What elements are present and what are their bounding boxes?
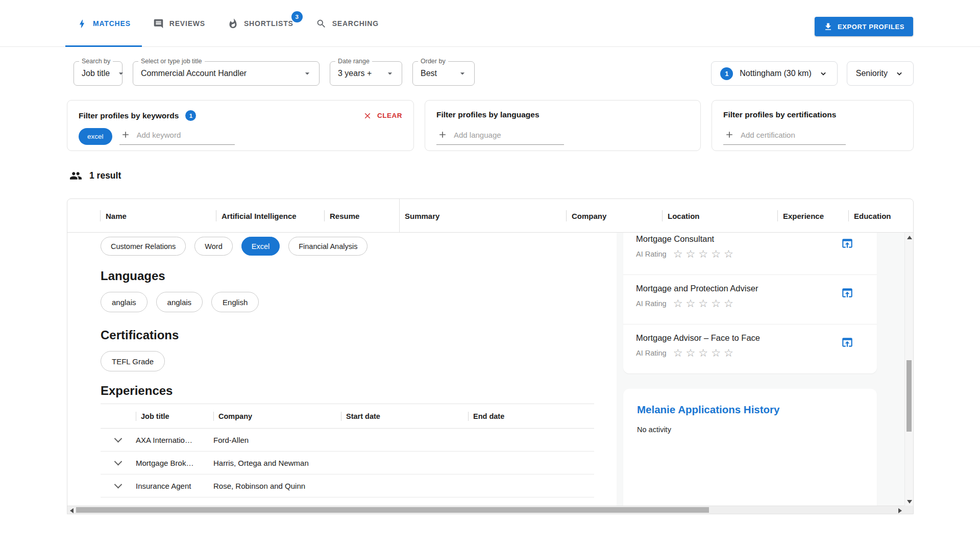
location-count-badge: 1 xyxy=(720,67,733,80)
chevron-down-icon[interactable] xyxy=(114,480,122,488)
column-header-company[interactable]: Company xyxy=(566,199,606,233)
job-suggestions-card: Mortgage Consultant AI Rating Mortgage a… xyxy=(623,233,877,373)
keywords-count-badge: 1 xyxy=(185,110,196,121)
chevron-down-icon[interactable] xyxy=(114,457,122,465)
star-icon[interactable] xyxy=(711,347,721,359)
experience-row[interactable]: Insurance Agent Rose, Robinson and Quinn xyxy=(101,474,594,497)
certification-chip[interactable]: TEFL Grade xyxy=(101,351,165,371)
search-by-select[interactable]: Search by Job title xyxy=(74,61,122,86)
open-job-button[interactable] xyxy=(841,237,854,250)
chevron-down-icon xyxy=(818,68,828,79)
experiences-table: Job title Company Start date End date AX… xyxy=(101,404,594,507)
plus-icon xyxy=(120,130,131,140)
language-chip[interactable]: English xyxy=(211,292,259,312)
results-count: 1 result xyxy=(69,169,121,182)
column-header-resume[interactable]: Resume xyxy=(324,199,359,233)
date-range-select[interactable]: Date range 3 years + xyxy=(330,61,402,86)
recruitment-app: MATCHES REVIEWS SHORTLISTS 3 SEARCHING E… xyxy=(0,0,980,551)
tab-reviews[interactable]: REVIEWS xyxy=(142,0,216,47)
tab-shortlists[interactable]: SHORTLISTS 3 xyxy=(216,0,305,47)
location-filter-button[interactable]: 1 Nottingham (30 km) xyxy=(711,61,838,86)
star-icon[interactable] xyxy=(685,347,695,359)
star-icon[interactable] xyxy=(685,297,695,310)
horizontal-scrollbar-thumb[interactable] xyxy=(76,507,709,513)
star-icon[interactable] xyxy=(673,297,683,310)
suggestion-item: Mortgage Advisor – Face to Face AI Ratin… xyxy=(623,324,877,373)
applications-history-title[interactable]: Melanie Applications History xyxy=(637,404,863,416)
tab-label: REVIEWS xyxy=(169,19,205,28)
scroll-down-arrow[interactable] xyxy=(907,500,912,504)
open-job-button[interactable] xyxy=(841,286,854,299)
language-chip[interactable]: anglais xyxy=(156,292,203,312)
column-header-name[interactable]: Name xyxy=(100,199,127,233)
vertical-scrollbar[interactable] xyxy=(904,233,913,507)
applications-history-card: Melanie Applications History No activity xyxy=(623,389,877,507)
results-count-label: 1 result xyxy=(89,170,121,181)
seniority-filter-button[interactable]: Seniority xyxy=(847,61,914,86)
star-icon[interactable] xyxy=(673,248,683,260)
tab-matches[interactable]: MATCHES xyxy=(65,0,142,47)
star-icon[interactable] xyxy=(724,248,733,260)
star-icon[interactable] xyxy=(698,297,708,310)
add-keyword-input[interactable] xyxy=(137,131,234,139)
horizontal-scrollbar[interactable] xyxy=(67,506,904,514)
tab-searching[interactable]: SEARCHING xyxy=(305,0,390,47)
column-header-summary[interactable]: Summary xyxy=(405,199,439,233)
export-profiles-button[interactable]: EXPORT PROFILES xyxy=(815,17,913,36)
experience-row[interactable]: Mortgage Brok… Harris, Ortega and Newman xyxy=(101,452,594,474)
column-header-experience[interactable]: Experience xyxy=(777,199,824,233)
star-icon[interactable] xyxy=(685,248,695,260)
scroll-up-arrow[interactable] xyxy=(907,236,912,239)
star-icon[interactable] xyxy=(698,347,708,359)
keyword-chip-excel[interactable]: excel xyxy=(79,128,112,145)
suggestion-item: Mortgage and Protection Adviser AI Ratin… xyxy=(623,274,877,324)
experience-row[interactable]: AXA Internatio… Ford-Allen xyxy=(101,429,594,452)
column-header-education[interactable]: Education xyxy=(848,199,891,233)
open-in-browser-icon xyxy=(841,237,854,250)
job-title-select[interactable]: Select or type job title Commercial Acco… xyxy=(133,61,320,86)
exp-column-end-date: End date xyxy=(468,412,594,421)
star-icon[interactable] xyxy=(698,248,708,260)
language-chip[interactable]: anglais xyxy=(101,292,148,312)
languages-filter-card: Filter profiles by languages xyxy=(425,100,701,151)
open-in-browser-icon xyxy=(841,336,854,349)
dropdown-arrow-icon xyxy=(385,68,395,79)
location-seniority-filters: 1 Nottingham (30 km) Seniority xyxy=(711,61,914,86)
add-certification-input[interactable] xyxy=(741,131,838,139)
exp-column-job-title: Job title xyxy=(136,412,213,421)
chevron-down-icon xyxy=(894,68,904,79)
suggestion-title: Mortgage and Protection Adviser xyxy=(636,284,865,293)
ai-rating-stars xyxy=(673,297,733,310)
order-by-select[interactable]: Order by Best xyxy=(412,61,475,86)
star-icon[interactable] xyxy=(673,347,683,359)
keywords-filter-card: Filter profiles by keywords 1 CLEAR exce… xyxy=(67,100,414,151)
order-by-value: Best xyxy=(421,69,437,78)
tab-label: SEARCHING xyxy=(332,19,379,28)
star-icon[interactable] xyxy=(724,347,733,359)
ai-rating-stars xyxy=(673,347,733,359)
vertical-scrollbar-thumb[interactable] xyxy=(906,360,912,432)
scroll-left-arrow[interactable] xyxy=(70,508,74,513)
skill-chip[interactable]: Financial Analysis xyxy=(288,237,368,256)
scroll-right-arrow[interactable] xyxy=(898,508,902,513)
skill-chip-selected[interactable]: Excel xyxy=(241,237,280,256)
job-title-label: Select or type job title xyxy=(138,58,205,65)
skill-chip[interactable]: Word xyxy=(194,237,232,256)
ai-rating-label: AI Rating xyxy=(636,250,667,258)
clear-keywords-button[interactable]: CLEAR xyxy=(363,111,402,120)
add-language-input[interactable] xyxy=(454,131,551,139)
seniority-filter-value: Seniority xyxy=(856,69,888,78)
star-icon[interactable] xyxy=(711,248,721,260)
plus-icon xyxy=(724,130,734,140)
chevron-down-icon[interactable] xyxy=(114,434,122,442)
suggestion-title: Mortgage Consultant xyxy=(636,234,865,244)
column-header-location[interactable]: Location xyxy=(662,199,700,233)
ai-rating-label: AI Rating xyxy=(636,299,667,308)
skill-chip[interactable]: Customer Relations xyxy=(101,237,186,256)
star-icon[interactable] xyxy=(724,297,733,310)
add-keyword-field xyxy=(119,130,235,145)
search-by-label: Search by xyxy=(79,58,113,65)
column-header-artificial-intelligence[interactable]: Artificial Intelligence xyxy=(216,199,297,233)
star-icon[interactable] xyxy=(711,297,721,310)
open-job-button[interactable] xyxy=(841,336,854,349)
